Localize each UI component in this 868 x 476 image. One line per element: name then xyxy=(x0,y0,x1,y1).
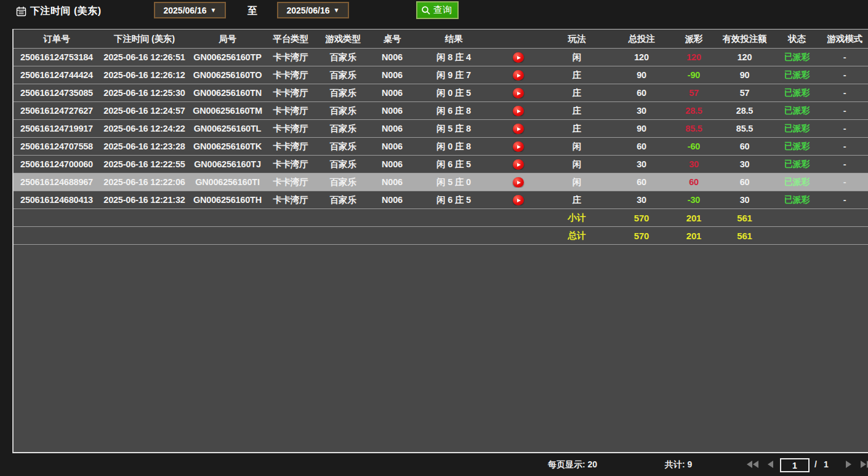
total-bet: 90 xyxy=(611,70,672,80)
game-mode: - xyxy=(820,88,868,98)
play-cell xyxy=(494,52,543,63)
play-cell xyxy=(494,141,543,153)
order-id: 250616124727627 xyxy=(14,106,100,116)
table-no: N006 xyxy=(371,88,414,98)
status: 已派彩 xyxy=(774,177,820,188)
table-row[interactable]: 2506161247000602025-06-16 12:22:55GN0062… xyxy=(14,156,868,173)
play-video-icon[interactable] xyxy=(513,177,524,188)
order-id: 250616124707558 xyxy=(14,141,100,151)
column-header: 结果 xyxy=(414,33,494,45)
date-from-value: 2025/06/16 xyxy=(164,6,207,15)
table-no: N006 xyxy=(371,124,414,133)
status: 已派彩 xyxy=(774,159,820,170)
status: 已派彩 xyxy=(774,105,820,116)
order-id: 250616124680413 xyxy=(14,195,100,205)
total-label: 小计 xyxy=(543,212,611,224)
play-video-icon[interactable] xyxy=(513,195,524,205)
column-header: 游戏模式 xyxy=(820,33,868,45)
page-input[interactable] xyxy=(780,458,810,472)
platform-type: 卡卡湾厅 xyxy=(266,141,315,153)
status: 已派彩 xyxy=(774,87,820,98)
query-button[interactable]: 查询 xyxy=(416,1,459,19)
result: 闲 6 庄 5 xyxy=(414,194,494,206)
bet-time-filter-label: 下注时间 (美东) xyxy=(16,5,102,18)
table-row[interactable]: 2506161246889672025-06-16 12:22:06GN0062… xyxy=(14,173,868,191)
play-video-icon[interactable] xyxy=(513,52,524,63)
table-no: N006 xyxy=(371,106,414,116)
table-row[interactable]: 2506161247531842025-06-16 12:26:51GN0062… xyxy=(14,49,868,66)
subtotal-row: 小计570201561 xyxy=(14,209,868,227)
table-header-row: 订单号下注时间 (美东)局号平台类型游戏类型桌号结果玩法总投注派彩有效投注额状态… xyxy=(14,30,868,49)
platform-type: 卡卡湾厅 xyxy=(266,105,315,117)
game-mode: - xyxy=(820,106,868,116)
column-header: 游戏类型 xyxy=(315,33,371,45)
result: 闲 5 庄 0 xyxy=(414,177,494,188)
bet-side: 庄 xyxy=(543,105,611,117)
payout-sum: 201 xyxy=(672,213,715,223)
per-page-label: 每页显示: 20 xyxy=(548,459,597,470)
filter-bar: 下注时间 (美东) 2025/06/16 ▼ 至 2025/06/16 ▼ 查询 xyxy=(0,0,868,28)
game-type: 百家乐 xyxy=(315,69,371,81)
next-page-icon[interactable] xyxy=(846,461,851,468)
column-header: 状态 xyxy=(774,33,820,45)
table-row[interactable]: 2506161246804132025-06-16 12:21:32GN0062… xyxy=(14,191,868,209)
date-to-select[interactable]: 2025/06/16 ▼ xyxy=(277,2,349,18)
total-bet: 30 xyxy=(611,106,672,116)
payout: 85.5 xyxy=(672,124,715,133)
order-id: 250616124688967 xyxy=(14,177,100,187)
payout: 60 xyxy=(672,177,715,187)
order-id: 250616124753184 xyxy=(14,52,100,62)
prev-page-icon[interactable] xyxy=(768,461,773,468)
round-id: GN006256160TK xyxy=(189,141,266,151)
play-video-icon[interactable] xyxy=(513,88,524,98)
first-page-icon[interactable] xyxy=(747,461,758,468)
bet-time: 2025-06-16 12:25:30 xyxy=(100,88,189,98)
table-no: N006 xyxy=(371,177,414,187)
play-video-icon[interactable] xyxy=(513,124,524,134)
column-header: 派彩 xyxy=(672,33,715,45)
result: 闲 6 庄 5 xyxy=(414,159,494,170)
table-row[interactable]: 2506161247075582025-06-16 12:23:28GN0062… xyxy=(14,138,868,156)
play-video-icon[interactable] xyxy=(513,141,524,152)
game-type: 百家乐 xyxy=(315,87,371,99)
total-bet: 120 xyxy=(611,52,672,62)
game-type: 百家乐 xyxy=(315,177,371,188)
valid-bet: 57 xyxy=(715,88,774,98)
date-from-select[interactable]: 2025/06/16 ▼ xyxy=(154,2,226,18)
result: 闲 8 庄 4 xyxy=(414,52,494,63)
play-cell xyxy=(494,123,543,135)
platform-type: 卡卡湾厅 xyxy=(266,177,315,188)
platform-type: 卡卡湾厅 xyxy=(266,123,315,135)
valid-bet: 85.5 xyxy=(715,124,774,133)
status: 已派彩 xyxy=(774,69,820,81)
payout: -90 xyxy=(672,70,715,80)
total-bet: 30 xyxy=(611,159,672,169)
game-mode: - xyxy=(820,159,868,169)
betting-records-app: 下注时间 (美东) 2025/06/16 ▼ 至 2025/06/16 ▼ 查询… xyxy=(0,0,868,476)
total-bet: 60 xyxy=(611,88,672,98)
game-mode: - xyxy=(820,70,868,80)
date-range-to-label: 至 xyxy=(247,5,257,18)
round-id: GN006256160TH xyxy=(189,195,266,205)
bet-time: 2025-06-16 12:24:22 xyxy=(100,124,189,133)
total-pages-label: 1 xyxy=(824,459,829,469)
bet-time: 2025-06-16 12:26:12 xyxy=(100,70,189,80)
platform-type: 卡卡湾厅 xyxy=(266,69,315,81)
last-page-icon[interactable] xyxy=(861,461,868,468)
play-video-icon[interactable] xyxy=(513,70,524,81)
game-type: 百家乐 xyxy=(315,159,371,170)
total-bet: 60 xyxy=(611,141,672,151)
table-row[interactable]: 2506161247199172025-06-16 12:24:22GN0062… xyxy=(14,120,868,138)
table-row[interactable]: 2506161247276272025-06-16 12:24:57GN0062… xyxy=(14,102,868,120)
valid-bet: 60 xyxy=(715,177,774,187)
play-cell xyxy=(494,69,543,81)
table-row[interactable]: 2506161247444242025-06-16 12:26:12GN0062… xyxy=(14,66,868,84)
payout: 28.5 xyxy=(672,106,715,116)
play-video-icon[interactable] xyxy=(513,106,524,116)
bet-side: 闲 xyxy=(543,141,611,153)
column-header: 平台类型 xyxy=(266,33,315,45)
valid-bet-sum: 561 xyxy=(715,213,774,223)
table-row[interactable]: 2506161247350852025-06-16 12:25:30GN0062… xyxy=(14,84,868,102)
bet-side: 闲 xyxy=(543,159,611,170)
play-video-icon[interactable] xyxy=(513,159,524,170)
